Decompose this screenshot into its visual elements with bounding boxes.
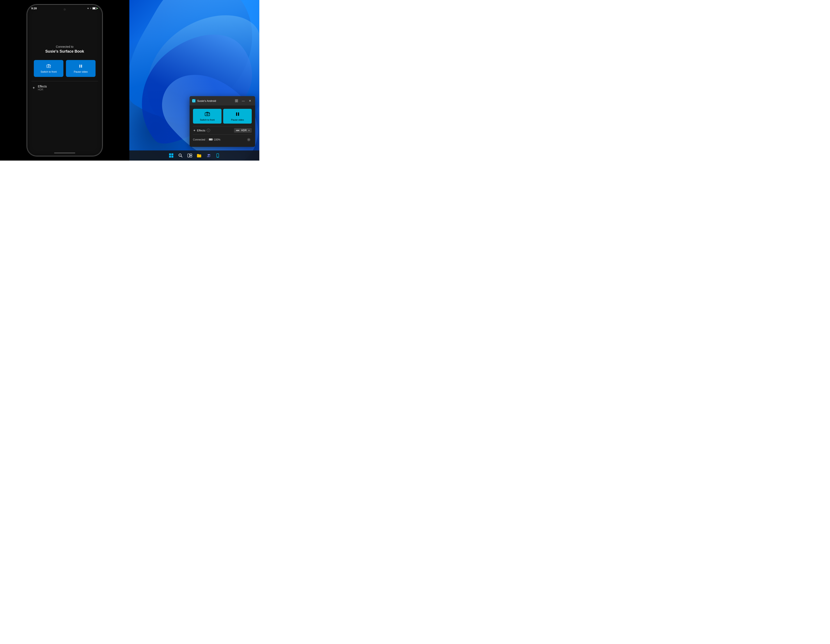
chevron-down-icon: ▼ [248,129,250,131]
svg-rect-24 [197,154,199,155]
effects-sublabel: HDR [38,88,47,91]
svg-rect-22 [190,156,192,157]
taskbar-start[interactable] [167,151,176,160]
win-pause-video-button[interactable]: Pause video [223,109,252,123]
battery-percentage: 100% [214,138,220,141]
svg-rect-9 [205,112,210,116]
phone-pause-video-button[interactable]: Pause video [66,60,95,77]
window-footer: Connected 100% [193,134,252,144]
effects-info-icon[interactable]: i [207,129,210,132]
svg-rect-20 [188,154,190,157]
win-switch-to-front-label: Switch to front [200,119,215,121]
phone-switch-to-front-button[interactable]: Switch to front [34,60,63,77]
svg-rect-6 [237,100,238,101]
power-button [102,36,103,49]
left-panel: 9:28 ∗ ▿ Connected to Susie's Surface Bo… [0,0,129,161]
svg-rect-0 [47,65,51,68]
taskbar-file-explorer[interactable] [195,151,203,160]
svg-rect-21 [190,154,192,155]
battery-fill [93,8,95,9]
phone-home-indicator[interactable] [54,153,75,153]
win-pause-video-label: Pause video [231,119,244,121]
footer-divider [207,138,207,141]
taskbar-teams[interactable] [204,151,212,160]
phone-content: Connected to Susie's Surface Book Switch… [27,11,102,153]
svg-rect-12 [238,112,239,116]
phone-status-icons: ∗ ▿ [87,7,98,10]
phone-effects-text: Effects HDR [38,85,47,91]
svg-point-25 [208,154,209,156]
volume-silent-button [27,32,27,41]
connected-label: Connected [193,138,205,141]
win-switch-camera-icon [204,111,210,118]
svg-rect-11 [236,112,237,116]
win-switch-to-front-button[interactable]: Switch to front [193,109,222,123]
window-body: Switch to front Pause video ✦ Effe [190,105,255,147]
svg-text:HDR: HDR [236,130,239,131]
minimize-button[interactable]: — [241,98,246,103]
taskbar-phone-link[interactable] [214,151,222,160]
battery-footer: 100% [209,138,246,141]
hdr-icon: HDR [236,129,240,131]
volume-up-button [27,44,27,55]
wifi-icon: ▿ [90,7,91,10]
window-controls: — ✕ [234,98,253,103]
bluetooth-icon: ∗ [87,7,89,10]
win-pause-icon [235,111,240,118]
switch-camera-icon [46,64,51,69]
phone-camera [63,8,66,11]
app-icon [192,99,195,103]
right-panel: Susie's Android — ✕ [129,0,259,161]
svg-point-10 [206,114,208,115]
svg-line-19 [181,156,182,157]
phone-link-window: Susie's Android — ✕ [190,96,255,147]
effects-label: Effects [38,85,47,88]
taskbar-task-view[interactable] [185,151,194,160]
window-effects-row: ✦ Effects i HDR HDR ▼ [193,126,252,134]
device-name: Susie's Surface Book [45,49,84,54]
phone-effects-row: ✦ Effects HDR [31,85,98,91]
win-logo-square-2 [171,153,173,155]
window-action-buttons: Switch to front Pause video [193,109,252,123]
close-button[interactable]: ✕ [247,98,253,103]
svg-point-17 [248,139,249,140]
phone-frame: 9:28 ∗ ▿ Connected to Susie's Surface Bo… [27,4,103,157]
win-logo-square-3 [169,156,171,158]
phone-time: 9:28 [31,7,37,10]
sparkle-icon: ✦ [193,128,196,133]
volume-down-button [27,57,27,69]
win-logo-square-1 [169,153,171,155]
effects-left: ✦ Effects i [193,128,234,133]
window-titlebar: Susie's Android — ✕ [190,96,255,105]
hdr-label: HDR [241,129,247,132]
effects-label: Effects [197,129,206,132]
settings-button[interactable] [246,137,252,142]
battery-icon [92,7,98,9]
battery-footer-icon [209,138,213,141]
svg-rect-7 [235,101,236,102]
taskbar-search[interactable] [176,151,185,160]
hdr-dropdown[interactable]: HDR HDR ▼ [234,128,252,133]
svg-rect-16 [209,139,212,140]
taskbar [129,150,259,161]
svg-rect-5 [235,100,236,101]
switch-to-front-label: Switch to front [41,70,57,73]
svg-point-1 [48,65,49,67]
connection-text: Connected to [56,45,73,48]
windows-logo [169,153,173,158]
svg-rect-3 [81,65,82,68]
svg-rect-4 [193,100,195,102]
win-logo-square-4 [171,156,173,158]
svg-point-26 [209,154,210,155]
svg-rect-23 [197,155,201,157]
phone-action-buttons: Switch to front Pause video [31,60,98,77]
pause-icon [78,64,83,69]
battery-body [92,7,97,9]
effects-sparkle-icon: ✦ [32,85,35,90]
pause-video-label: Pause video [74,70,88,73]
window-title: Susie's Android [197,99,232,103]
snap-button[interactable] [234,98,239,103]
svg-rect-2 [79,65,80,68]
svg-rect-8 [237,101,238,102]
